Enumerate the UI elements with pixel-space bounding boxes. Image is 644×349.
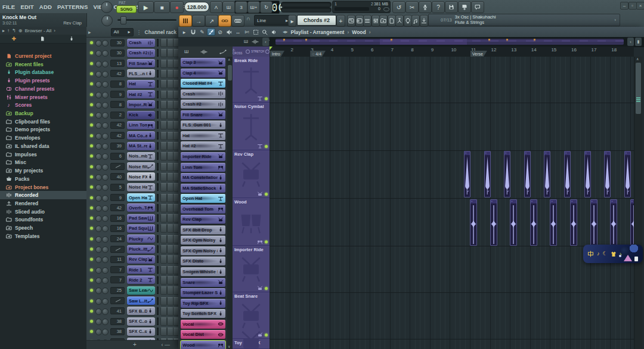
channel-enable-led[interactable] xyxy=(90,113,93,116)
step-cell[interactable] xyxy=(173,163,178,171)
volume-knob[interactable] xyxy=(102,195,109,202)
save-new-icon[interactable] xyxy=(458,1,471,13)
picker-item-closed-hat-4[interactable]: Closed Hat #4 xyxy=(181,79,225,88)
undo-icon[interactable]: ↺ xyxy=(392,1,405,13)
record-button[interactable]: ● xyxy=(170,1,184,13)
volume-knob[interactable] xyxy=(102,174,109,181)
step-edit-icon[interactable]: ↻ xyxy=(260,1,273,13)
volume-knob[interactable] xyxy=(102,143,109,150)
step-cell[interactable] xyxy=(167,194,174,202)
browser-item-recent-files[interactable]: Recent files xyxy=(0,60,86,69)
step-count-badge[interactable]: 7 xyxy=(110,276,125,283)
channel-enable-led[interactable] xyxy=(90,299,93,302)
countdown-icon[interactable]: 3 xyxy=(235,1,247,13)
patterns-tab-icon[interactable]: Ш xyxy=(184,50,188,54)
content-library-icon[interactable] xyxy=(420,15,428,27)
track-record-led[interactable] xyxy=(265,193,268,196)
channel-button[interactable]: Crash #2 xyxy=(127,49,155,57)
channel-enable-led[interactable] xyxy=(90,186,93,189)
close-button[interactable]: × xyxy=(636,2,644,10)
step-cell[interactable] xyxy=(160,132,167,140)
track-record-led[interactable] xyxy=(265,97,268,100)
step-count-badge[interactable]: 13 xyxy=(110,60,125,67)
step-cell[interactable] xyxy=(173,276,178,285)
step-cell[interactable] xyxy=(160,70,167,78)
browser-item-envelopes[interactable]: Envelopes xyxy=(0,134,86,142)
picker-item-toy-scritch-sfx[interactable]: Toy Scritch SFX xyxy=(181,309,225,318)
patterns-tab-icon[interactable]: Ш xyxy=(244,39,248,44)
track-mixer-handle[interactable] xyxy=(157,49,159,57)
song-mode-button[interactable]: SONG xyxy=(116,5,137,13)
touch-controller-icon[interactable] xyxy=(404,15,412,27)
draw-icon[interactable]: ✎ xyxy=(198,28,206,36)
picker-item-sfx-8bit-drop[interactable]: SFX 8bit Drop xyxy=(181,226,225,234)
picker-item-wood[interactable]: Wood xyxy=(181,341,225,349)
volume-knob[interactable] xyxy=(102,61,109,67)
channel-button[interactable]: Noise filter xyxy=(127,162,155,171)
playlist-breadcrumb[interactable]: ◂▸ Playlist - Arrangement › Wood › xyxy=(283,29,371,35)
step-cell[interactable] xyxy=(160,297,167,305)
step-cell[interactable] xyxy=(173,214,178,223)
clip-wood[interactable]: » xyxy=(590,199,597,246)
step-count-badge[interactable] xyxy=(110,163,125,170)
track-mixer-handle[interactable] xyxy=(157,132,159,140)
expand-arrow-icon[interactable]: ▸ xyxy=(2,29,5,33)
track-mixer-handle[interactable] xyxy=(157,183,159,191)
volume-knob[interactable] xyxy=(102,112,109,119)
track-record-led[interactable] xyxy=(265,333,268,336)
step-cell[interactable] xyxy=(160,235,167,243)
picker-item-fls-gun-001[interactable]: FLS_Gun 001 xyxy=(181,121,225,129)
step-cell[interactable] xyxy=(167,152,174,160)
step-cell[interactable] xyxy=(173,317,178,326)
track-record-led[interactable] xyxy=(265,145,268,148)
channel-enable-led[interactable] xyxy=(90,134,93,137)
automation-tab-icon[interactable] xyxy=(219,50,227,54)
cut-icon[interactable]: ✂ xyxy=(405,1,419,13)
clip-wood[interactable]: » xyxy=(470,199,477,246)
channel-enable-led[interactable] xyxy=(90,62,93,65)
step-count-badge[interactable]: 30 xyxy=(110,39,125,47)
channel-button[interactable]: Plucky xyxy=(127,234,155,243)
step-cell[interactable] xyxy=(173,245,178,254)
step-cell[interactable] xyxy=(167,173,174,181)
step-cell[interactable] xyxy=(173,142,178,150)
pan-knob[interactable] xyxy=(95,236,102,243)
channel-enable-led[interactable] xyxy=(90,268,93,271)
pan-knob[interactable] xyxy=(95,112,102,119)
channel-button[interactable]: Nois..mbal xyxy=(127,152,155,160)
pan-knob[interactable] xyxy=(95,143,102,150)
step-count-badge[interactable] xyxy=(110,297,125,304)
clip-rev-clap[interactable]: » xyxy=(564,151,571,197)
volume-knob[interactable] xyxy=(102,277,109,284)
pan-knob[interactable] xyxy=(95,184,102,191)
playlist-panel-icon[interactable] xyxy=(347,15,355,27)
channel-button[interactable]: Pad Square xyxy=(127,224,155,233)
picker-item-clap-4[interactable]: Clap 4 xyxy=(181,69,225,78)
step-cell[interactable] xyxy=(173,266,178,274)
playback-position-bar[interactable] xyxy=(281,2,332,7)
pan-knob[interactable] xyxy=(95,153,102,160)
channel-enable-led[interactable] xyxy=(90,227,93,230)
master-pitch-knob[interactable] xyxy=(101,15,113,26)
step-cell[interactable] xyxy=(167,255,174,264)
pan-knob[interactable] xyxy=(95,246,102,253)
track-mixer-handle[interactable] xyxy=(157,142,159,150)
picker-item-stomper-lazer-sfx[interactable]: Stomper Lazer SFX xyxy=(181,288,225,297)
track-mixer-handle[interactable] xyxy=(157,245,159,253)
step-cell[interactable] xyxy=(167,132,174,140)
channel-enable-led[interactable] xyxy=(90,103,93,106)
typing-target-dropdown[interactable]: Line▸ xyxy=(254,15,291,26)
channel-enable-led[interactable] xyxy=(90,175,93,178)
step-cell[interactable] xyxy=(167,39,174,47)
pan-knob[interactable] xyxy=(95,133,102,140)
channel-button[interactable]: MA St..re FX xyxy=(127,142,155,150)
audio-tab-icon[interactable] xyxy=(252,39,259,44)
playlist-menu-icon[interactable]: ▸ xyxy=(180,28,188,36)
step-cell[interactable] xyxy=(173,328,178,336)
volume-knob[interactable] xyxy=(102,184,109,191)
help-icon[interactable]: ? xyxy=(432,1,445,13)
plugin-tab-icon[interactable] xyxy=(69,36,75,41)
channel-button[interactable]: SFX B..Drop xyxy=(127,307,155,315)
project-info-icon[interactable] xyxy=(388,15,396,27)
track-header-noise-cymbal[interactable]: Noise Cymbal xyxy=(233,103,270,150)
